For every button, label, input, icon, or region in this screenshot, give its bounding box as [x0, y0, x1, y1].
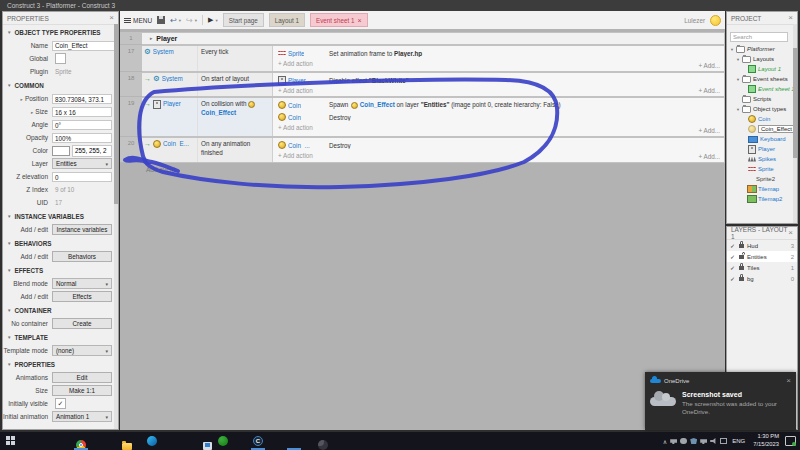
scrollbar-thumb[interactable]: [793, 48, 797, 158]
tray-display-icon[interactable]: [700, 438, 707, 444]
add-action-link[interactable]: + Add action: [273, 123, 724, 133]
add-action-link[interactable]: + Add action: [273, 59, 724, 69]
action-row[interactable]: Coin Destroy: [273, 111, 724, 123]
opacity-input[interactable]: 100%: [52, 133, 112, 143]
action-row[interactable]: Coin Spawn Coin_Effect on layer "Entitie…: [273, 99, 724, 111]
layer-row-hud[interactable]: ✓ Hud 3: [727, 240, 797, 251]
layer-row-tiles[interactable]: ✓ Tiles 1: [727, 262, 797, 273]
size-input[interactable]: 16 x 16: [52, 107, 112, 117]
action-row[interactable]: Player Disable effect "BlackWhite": [273, 74, 724, 86]
edit-animations-button[interactable]: Edit: [52, 372, 112, 383]
tray-volume-icon[interactable]: [710, 438, 717, 444]
initial-animation-dropdown[interactable]: Animation 1 ▾: [52, 411, 112, 422]
tree-item-coin-effect[interactable]: Coin_Effect: [727, 124, 797, 134]
tree-item-event-sheet-1[interactable]: Event sheet 1: [727, 84, 797, 94]
layer-visible-checkbox[interactable]: ✓: [730, 264, 735, 271]
section-object-type-properties[interactable]: ▼ OBJECT TYPE PROPERTIES: [3, 25, 118, 39]
collapse-triangle-icon[interactable]: ▼: [736, 77, 740, 82]
tree-item-spikes[interactable]: Spikes: [727, 154, 797, 164]
file-explorer-icon[interactable]: [122, 443, 132, 450]
project-scrollbar[interactable]: [793, 24, 797, 223]
tray-onedrive-icon[interactable]: [680, 438, 687, 444]
tree-item-layouts[interactable]: ▼ Layouts: [727, 54, 797, 64]
close-icon[interactable]: ×: [786, 376, 791, 385]
tree-item-sprite2[interactable]: Sprite2: [727, 174, 797, 184]
section-behaviors[interactable]: ▼ BEHAVIORS: [3, 236, 118, 250]
section-properties[interactable]: ▼ PROPERTIES: [3, 357, 118, 371]
instance-variables-button[interactable]: Instance variables: [52, 224, 112, 235]
edge-icon[interactable]: [147, 436, 157, 446]
action-row[interactable]: Coin_... Destroy: [273, 139, 724, 151]
tree-item-tilemap2[interactable]: Tilemap2: [727, 194, 797, 204]
blend-mode-dropdown[interactable]: Normal ▾: [52, 278, 112, 289]
app-icon[interactable]: [318, 440, 328, 450]
tree-item-event-sheets[interactable]: ▼ Event sheets: [727, 74, 797, 84]
event-row-19[interactable]: 19 → Player On collision with Coin_Effec…: [120, 97, 725, 137]
language-indicator[interactable]: ENG: [732, 438, 745, 444]
redo-button[interactable]: ↪ ▾: [186, 16, 197, 25]
tab-layout-1[interactable]: Layout 1: [269, 13, 305, 27]
layer-row-entities[interactable]: ✓ Entities 2: [727, 251, 797, 262]
name-input[interactable]: [52, 41, 119, 51]
behaviors-button[interactable]: Behaviors: [52, 251, 112, 262]
angle-input[interactable]: 0°: [52, 120, 112, 130]
action-row[interactable]: Sprite Set animation frame to Player.hp: [273, 47, 724, 59]
add-link[interactable]: + Add...: [698, 127, 720, 134]
add-action-link[interactable]: + Add action: [273, 151, 724, 161]
construct-3-icon[interactable]: C: [253, 436, 263, 446]
tree-item-project-root[interactable]: ▼ Platformer: [727, 44, 797, 54]
hidden-icons-chevron[interactable]: ∧: [663, 438, 667, 445]
condition-cell[interactable]: ⚙ System Every tick: [142, 46, 273, 71]
tray-keyboard-icon[interactable]: [720, 438, 727, 444]
close-tab-icon[interactable]: ×: [357, 17, 361, 24]
position-input[interactable]: 830.73084, 373.1: [52, 94, 112, 104]
color-swatch[interactable]: [52, 146, 70, 156]
collapse-triangle-icon[interactable]: ▼: [730, 47, 734, 52]
add-event-link[interactable]: Add event: [120, 163, 725, 173]
event-row-18[interactable]: 18 → ⚙ System On start of layout Player: [120, 72, 725, 97]
tree-item-tilemap[interactable]: Tilemap: [727, 184, 797, 194]
close-icon[interactable]: ×: [788, 228, 793, 238]
effects-button[interactable]: Effects: [52, 291, 112, 302]
event-group-row[interactable]: 1 ▸ Player: [120, 32, 725, 45]
add-link[interactable]: + Add...: [698, 153, 720, 160]
menu-button[interactable]: MENU: [124, 17, 152, 24]
user-avatar-emoji[interactable]: [710, 15, 721, 26]
tree-item-sprite[interactable]: Sprite: [727, 164, 797, 174]
tree-item-scripts[interactable]: Scripts: [727, 94, 797, 104]
lock-icon[interactable]: [739, 266, 744, 270]
save-icon[interactable]: [157, 16, 165, 24]
tree-item-object-types[interactable]: ▼ Object types: [727, 104, 797, 114]
collapse-triangle-icon[interactable]: ▼: [736, 107, 740, 112]
properties-scrollbar[interactable]: [114, 24, 118, 429]
tab-event-sheet-1[interactable]: Event sheet 1 ×: [310, 13, 368, 27]
add-link[interactable]: + Add...: [698, 62, 720, 69]
preview-button[interactable]: ▶ ▾: [208, 16, 218, 24]
xbox-icon[interactable]: [218, 436, 228, 446]
event-row-17[interactable]: 17 ⚙ System Every tick Sprite Se: [120, 45, 725, 72]
event-row-20[interactable]: 20 → Coin_E... On any animation finished…: [120, 137, 725, 163]
section-instance-variables[interactable]: ▼ INSTANCE VARIABLES: [3, 209, 118, 223]
create-container-button[interactable]: Create: [52, 318, 112, 329]
close-icon[interactable]: ×: [109, 13, 114, 23]
expand-icon[interactable]: ▸: [21, 97, 23, 102]
layer-visible-checkbox[interactable]: ✓: [730, 275, 735, 282]
initially-visible-checkbox[interactable]: ✓: [55, 398, 66, 409]
tree-item-coin[interactable]: Coin: [727, 114, 797, 124]
add-action-link[interactable]: + Add action: [273, 86, 724, 96]
tree-item-keyboard[interactable]: Keyboard: [727, 134, 797, 144]
tree-item-player[interactable]: Player: [727, 144, 797, 154]
unlock-icon[interactable]: [739, 255, 744, 259]
search-input[interactable]: [730, 32, 788, 42]
color-value[interactable]: 255, 255, 2: [72, 145, 112, 157]
global-checkbox[interactable]: [55, 53, 66, 64]
lock-icon[interactable]: [739, 277, 744, 281]
microsoft-store-icon[interactable]: [203, 442, 212, 450]
add-link[interactable]: + Add...: [698, 87, 720, 94]
taskbar-clock[interactable]: 1:30 PM 7/15/2023: [753, 433, 779, 448]
section-template[interactable]: ▼ TEMPLATE: [3, 330, 118, 344]
template-mode-dropdown[interactable]: (none) ▾: [52, 345, 112, 356]
z-elevation-input[interactable]: 0: [52, 172, 112, 182]
undo-button[interactable]: ↩ ▾: [170, 16, 181, 25]
collapse-triangle-icon[interactable]: ▼: [736, 57, 740, 62]
